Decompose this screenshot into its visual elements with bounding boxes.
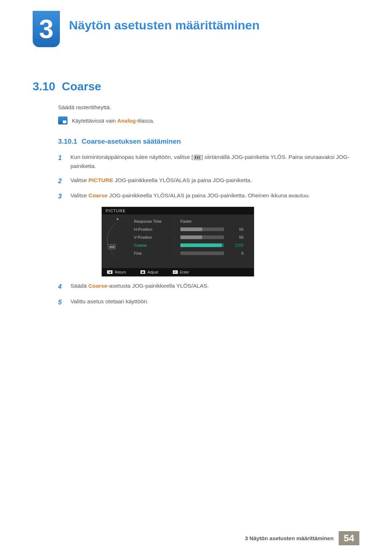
chapter-title: Näytön asetusten määrittäminen: [69, 18, 260, 32]
osd-title: PICTURE: [102, 207, 254, 214]
osd-row-v-position: V-Position : 50: [134, 233, 249, 241]
menu-icon: [194, 155, 201, 160]
osd-row-response-time: Response Time : Faster: [134, 217, 249, 225]
steps-list: 1 Kun toimintonäppäinopas tulee näyttöön…: [58, 153, 359, 308]
step-4: 4 Säädä Coarse-asetusta JOG-painikkeella…: [58, 282, 359, 292]
osd-row-coarse: Coarse : 2200: [134, 241, 249, 249]
menu-icon: [108, 244, 116, 249]
chapter-number: 3: [39, 16, 53, 42]
note: Käytettävissä vain Analog-tilassa.: [58, 116, 359, 124]
intro-text: Säädä rasteritiheyttä.: [58, 104, 359, 111]
page-footer: 3 Näytön asetusten määrittäminen 54: [240, 531, 359, 545]
osd-row-fine: Fine : 0: [134, 249, 249, 257]
step-1: 1 Kun toimintonäppäinopas tulee näyttöön…: [58, 153, 359, 171]
return-icon: ◄: [107, 270, 113, 274]
enter-icon: ↵: [173, 270, 178, 274]
section-title: Coarse: [62, 80, 101, 93]
osd-arc: ▲: [107, 217, 120, 257]
step-2: 2 Valitse PICTURE JOG-painikkeella YLÖS/…: [58, 176, 359, 186]
step-5: 5 Valittu asetus otetaan käyttöön.: [58, 297, 359, 308]
section-heading: 3.10Coarse: [33, 80, 359, 93]
subsection-heading: 3.10.1Coarse-asetuksen säätäminen: [58, 138, 359, 145]
osd-row-h-position: H-Position : 50: [134, 225, 249, 233]
osd-footer: ◄Return ◆Adjust ↵Enter: [102, 268, 254, 276]
section-number: 3.10: [33, 80, 55, 93]
subsection-number: 3.10.1: [58, 138, 77, 145]
step-3: 3 Valitse Coarse JOG-painikkeella YLÖS/A…: [58, 191, 359, 202]
adjust-icon: ◆: [140, 270, 145, 274]
note-icon: [58, 116, 68, 124]
page-number: 54: [339, 531, 359, 545]
note-text: Käytettävissä vain Analog-tilassa.: [72, 118, 155, 124]
arrow-up-icon: ▲: [116, 217, 119, 221]
chapter-tab: 3: [33, 11, 60, 47]
osd-screenshot: PICTURE ▲ Response Time : Faster H-Pos: [102, 207, 254, 276]
subsection-title: Coarse-asetuksen säätäminen: [82, 138, 181, 145]
footer-text: 3 Näytön asetusten määrittäminen: [240, 531, 339, 545]
